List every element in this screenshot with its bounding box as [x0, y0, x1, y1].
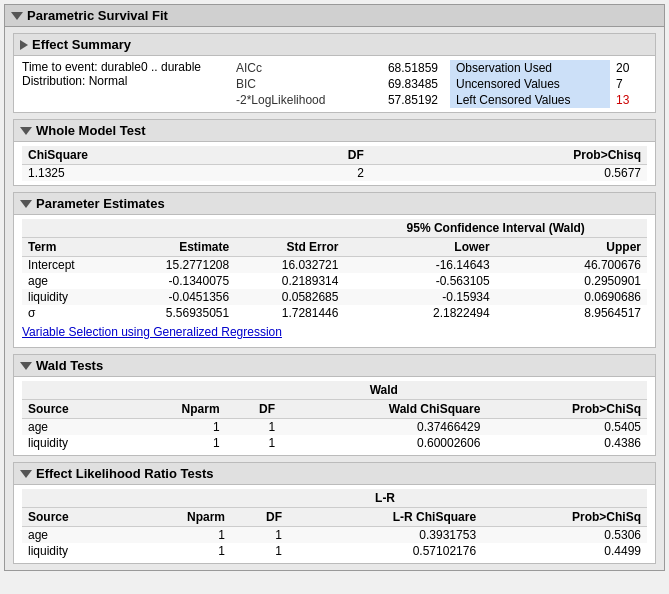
wald-tests-content: Wald Source Nparm DF Wald ChiSquare Prob… — [14, 377, 655, 455]
lr-nparm-0: 1 — [129, 527, 231, 544]
lr-source-1: liquidity — [22, 543, 129, 559]
obs-value-used: 20 — [610, 60, 635, 76]
lr-df-0: 1 — [231, 527, 288, 544]
lr-df-1: 1 — [231, 543, 288, 559]
wald-chisquare-0: 0.37466429 — [281, 419, 486, 436]
whole-model-test-row-0: 1.1325 2 0.5677 — [22, 165, 647, 182]
col-stderr: Std Error — [235, 238, 344, 257]
effect-lr-tests-triangle-icon[interactable] — [20, 470, 32, 478]
obs-label-left-censored: Left Censored Values — [450, 92, 610, 108]
effect-summary-header[interactable]: Effect Summary — [14, 34, 655, 56]
lr-row-age: age 1 1 0.3931753 0.5306 — [22, 527, 647, 544]
wald-chisquare-1: 0.60002606 — [281, 435, 486, 451]
stat-value-aicc: 68.51859 — [362, 60, 442, 76]
col-df: DF — [272, 146, 369, 165]
col-prob-chisq: Prob>Chisq — [370, 146, 647, 165]
param-stderr-3: 1.7281446 — [235, 305, 344, 321]
param-term-2: liquidity — [22, 289, 115, 305]
lr-col-chisquare: L-R ChiSquare — [288, 508, 482, 527]
wald-row-liquidity: liquidity 1 1 0.60002606 0.4386 — [22, 435, 647, 451]
stat-row-bic: BIC 69.83485 — [232, 76, 442, 92]
param-term-3: σ — [22, 305, 115, 321]
col-estimate-empty — [115, 219, 235, 238]
wald-prob-0: 0.5405 — [486, 419, 647, 436]
whole-model-test-header[interactable]: Whole Model Test — [14, 120, 655, 142]
stat-label-loglik: -2*LogLikelihood — [232, 92, 362, 108]
wald-nparm-1: 1 — [126, 435, 225, 451]
wald-prob-1: 0.4386 — [486, 435, 647, 451]
parametric-survival-fit-panel: Parametric Survival Fit Effect Summary T… — [4, 4, 665, 571]
wald-col-nparm-empty — [126, 381, 225, 400]
param-estimate-2: -0.0451356 — [115, 289, 235, 305]
param-estimate-1: -0.1340075 — [115, 273, 235, 289]
lr-chisquare-1: 0.57102176 — [288, 543, 482, 559]
wald-tests-table: Wald Source Nparm DF Wald ChiSquare Prob… — [22, 381, 647, 451]
effect-summary-left: Time to event: durable0 .. durable Distr… — [22, 60, 232, 108]
variable-selection-link[interactable]: Variable Selection using Generalized Reg… — [22, 321, 282, 343]
whole-model-test-title: Whole Model Test — [36, 123, 146, 138]
wald-col-prob-empty — [486, 381, 647, 400]
whole-model-test-content: ChiSquare DF Prob>Chisq 1.1325 2 0.5677 — [14, 142, 655, 185]
param-term-1: age — [22, 273, 115, 289]
wald-tests-title: Wald Tests — [36, 358, 103, 373]
lr-nparm-1: 1 — [129, 543, 231, 559]
wald-df-1: 1 — [226, 435, 282, 451]
col-confidence-header: 95% Confidence Interval (Wald) — [344, 219, 647, 238]
wald-df-0: 1 — [226, 419, 282, 436]
col-term: Term — [22, 238, 115, 257]
wald-col-chisquare: Wald ChiSquare — [281, 400, 486, 419]
stat-label-bic: BIC — [232, 76, 362, 92]
observations-column: Observation Used 20 Uncensored Values 7 … — [450, 60, 635, 108]
wald-col-df-empty — [226, 381, 282, 400]
panel-title: Parametric Survival Fit — [27, 8, 168, 23]
wmt-prob: 0.5677 — [370, 165, 647, 182]
wald-tests-triangle-icon[interactable] — [20, 362, 32, 370]
parameter-estimates-content: 95% Confidence Interval (Wald) Term Esti… — [14, 215, 655, 347]
stat-row-loglik: -2*LogLikelihood 57.85192 — [232, 92, 442, 108]
param-estimate-0: 15.2771208 — [115, 257, 235, 274]
whole-model-test-triangle-icon[interactable] — [20, 127, 32, 135]
col-estimate: Estimate — [115, 238, 235, 257]
whole-model-test-table: ChiSquare DF Prob>Chisq 1.1325 2 0.5677 — [22, 146, 647, 181]
param-upper-0: 46.700676 — [496, 257, 647, 274]
parameter-estimates-triangle-icon[interactable] — [20, 200, 32, 208]
col-lower: Lower — [344, 238, 495, 257]
param-upper-1: 0.2950901 — [496, 273, 647, 289]
parameter-estimates-header[interactable]: Parameter Estimates — [14, 193, 655, 215]
collapse-triangle-icon[interactable] — [11, 12, 23, 20]
param-lower-2: -0.15934 — [344, 289, 495, 305]
lr-col-prob: Prob>ChiSq — [482, 508, 647, 527]
wald-col-wald-label: Wald — [281, 381, 486, 400]
effect-summary-content: Time to event: durable0 .. durable Distr… — [14, 56, 655, 112]
effect-lr-tests-header[interactable]: Effect Likelihood Ratio Tests — [14, 463, 655, 485]
obs-row-uncensored: Uncensored Values 7 — [450, 76, 635, 92]
obs-value-left-censored: 13 — [610, 92, 635, 108]
wmt-df: 2 — [272, 165, 369, 182]
distribution: Distribution: Normal — [22, 74, 232, 88]
lr-col-source-empty — [22, 489, 129, 508]
param-term-0: Intercept — [22, 257, 115, 274]
lr-chisquare-0: 0.3931753 — [288, 527, 482, 544]
lr-row-liquidity: liquidity 1 1 0.57102176 0.4499 — [22, 543, 647, 559]
parameter-estimates-table: 95% Confidence Interval (Wald) Term Esti… — [22, 219, 647, 321]
wald-col-prob: Prob>ChiSq — [486, 400, 647, 419]
param-row-liquidity: liquidity -0.0451356 0.0582685 -0.15934 … — [22, 289, 647, 305]
lr-col-source: Source — [22, 508, 129, 527]
wald-source-0: age — [22, 419, 126, 436]
effect-summary-triangle-icon[interactable] — [20, 40, 28, 50]
param-row-intercept: Intercept 15.2771208 16.032721 -16.14643… — [22, 257, 647, 274]
effect-lr-tests-section: Effect Likelihood Ratio Tests L-R Source… — [13, 462, 656, 564]
wald-tests-header[interactable]: Wald Tests — [14, 355, 655, 377]
time-to-event: Time to event: durable0 .. durable — [22, 60, 232, 74]
whole-model-test-section: Whole Model Test ChiSquare DF Prob>Chisq… — [13, 119, 656, 186]
param-stderr-1: 0.2189314 — [235, 273, 344, 289]
wmt-chisquare: 1.1325 — [22, 165, 272, 182]
param-header-row-2: Term Estimate Std Error Lower Upper — [22, 238, 647, 257]
col-stderr-empty — [235, 219, 344, 238]
obs-label-used: Observation Used — [450, 60, 610, 76]
param-upper-3: 8.9564517 — [496, 305, 647, 321]
param-header-row-1: 95% Confidence Interval (Wald) — [22, 219, 647, 238]
panel-header[interactable]: Parametric Survival Fit — [5, 5, 664, 27]
effect-lr-tests-content: L-R Source Nparm DF L-R ChiSquare Prob>C… — [14, 485, 655, 563]
obs-value-uncensored: 7 — [610, 76, 629, 92]
